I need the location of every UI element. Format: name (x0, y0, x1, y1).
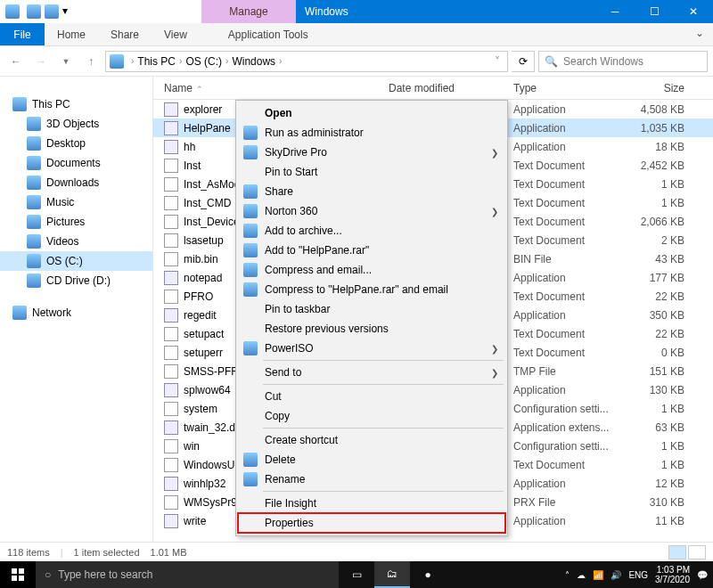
icons-view-button[interactable] (688, 545, 706, 559)
nav-item-label: Videos (46, 235, 78, 248)
nav-item[interactable]: Pictures (0, 212, 152, 232)
context-menu-item[interactable]: PowerISO❯ (238, 339, 505, 358)
nav-item[interactable]: Network (0, 303, 152, 323)
back-button[interactable]: ← (5, 51, 27, 72)
context-menu-item[interactable]: Send to❯ (238, 363, 505, 382)
context-menu-label: Copy (265, 410, 290, 422)
file-size: 1 KB (622, 197, 684, 209)
file-size: 1 KB (622, 440, 684, 453)
nav-item[interactable]: Downloads (0, 173, 152, 192)
nav-item[interactable]: Documents (0, 153, 152, 173)
tray-onedrive-icon[interactable]: ☁ (577, 570, 586, 580)
context-menu-item[interactable]: Open (238, 103, 505, 123)
title-bar: ▾ Manage Windows ─ ☐ ✕ (0, 0, 713, 23)
taskbar-clock[interactable]: 1:03 PM 3/7/2020 (655, 565, 690, 584)
file-tab[interactable]: File (0, 23, 45, 45)
context-menu-item[interactable]: Rename (238, 470, 505, 489)
nav-item[interactable]: CD Drive (D:) (0, 271, 152, 290)
task-view-button[interactable]: ▭ (339, 561, 374, 588)
taskbar-search[interactable]: ○ Type here to search (36, 561, 339, 588)
context-menu-item[interactable]: Properties (238, 513, 505, 533)
chevron-right-icon[interactable]: › (127, 56, 137, 66)
context-menu-item[interactable]: Copy (238, 406, 505, 426)
context-menu-item[interactable]: SkyDrive Pro❯ (238, 143, 505, 162)
context-menu-item[interactable]: Add to "HelpPane.rar" (238, 241, 505, 260)
qat-button[interactable] (27, 4, 41, 19)
search-input[interactable]: 🔍 Search Windows (538, 51, 708, 72)
context-menu-item[interactable]: Share (238, 182, 505, 201)
tray-language[interactable]: ENG (628, 570, 648, 580)
ribbon-collapse-icon[interactable]: ⌄ (695, 27, 704, 39)
chevron-right-icon: ❯ (491, 344, 498, 354)
taskbar-app-chrome[interactable]: ● (410, 561, 446, 588)
column-headers[interactable]: Name⌃ Date modified Type Size (153, 77, 713, 100)
nav-item[interactable]: Videos (0, 232, 152, 251)
qat-button[interactable] (45, 4, 59, 19)
maximize-button[interactable]: ☐ (635, 0, 674, 23)
context-menu-item[interactable]: Add to archive... (238, 221, 505, 241)
nav-item[interactable]: OS (C:) (0, 251, 152, 271)
search-placeholder: Search Windows (563, 55, 643, 68)
breadcrumb-segment[interactable]: OS (C:) (185, 55, 222, 68)
file-icon (164, 402, 178, 416)
tray-overflow-icon[interactable]: ˄ (565, 570, 570, 580)
file-size: 22 KB (622, 290, 684, 303)
context-menu-item[interactable]: Restore previous versions (238, 319, 505, 339)
home-tab[interactable]: Home (45, 23, 98, 45)
nav-item-icon (27, 234, 41, 249)
context-menu-item[interactable]: Delete (238, 450, 505, 470)
breadcrumb-segment[interactable]: Windows (232, 55, 275, 68)
view-tab[interactable]: View (152, 23, 200, 45)
qat-dropdown-icon[interactable]: ▾ (62, 4, 77, 19)
navigation-pane[interactable]: This PC3D ObjectsDesktopDocumentsDownloa… (0, 77, 153, 545)
column-name[interactable]: Name⌃ (164, 82, 389, 94)
context-menu-item[interactable]: File Insight (238, 494, 505, 513)
context-menu-item[interactable]: Create shortcut (238, 430, 505, 450)
nav-item-icon (27, 195, 41, 209)
column-type[interactable]: Type (513, 82, 622, 94)
column-size[interactable]: Size (622, 82, 684, 94)
nav-item-label: CD Drive (D:) (46, 274, 111, 287)
delete-icon (243, 453, 258, 467)
context-menu-item[interactable]: Norton 360❯ (238, 201, 505, 221)
column-date[interactable]: Date modified (389, 82, 513, 94)
context-menu-item[interactable]: Pin to Start (238, 162, 505, 182)
contextual-tab-manage[interactable]: Manage (201, 0, 296, 23)
nav-item[interactable]: 3D Objects (0, 114, 152, 134)
forward-button[interactable]: → (30, 51, 52, 72)
context-menu-item[interactable]: Run as administrator (238, 123, 505, 143)
context-menu-item[interactable]: Pin to taskbar (238, 299, 505, 319)
recent-locations-button[interactable]: ▼ (55, 51, 77, 72)
context-menu-label: Open (265, 107, 292, 119)
context-menu-item[interactable]: Compress and email... (238, 260, 505, 280)
refresh-button[interactable]: ⟳ (512, 51, 535, 72)
share-tab[interactable]: Share (98, 23, 152, 45)
file-type: PRX File (513, 496, 622, 509)
context-menu-item[interactable]: Cut (238, 387, 505, 406)
notifications-button[interactable]: 💬 (697, 570, 708, 580)
address-dropdown-icon[interactable]: ˅ (491, 55, 504, 68)
chevron-right-icon[interactable]: › (176, 56, 185, 66)
file-icon (164, 477, 178, 491)
chevron-right-icon[interactable]: › (275, 56, 285, 66)
nav-item[interactable]: Music (0, 192, 152, 212)
tray-network-icon[interactable]: 📶 (593, 570, 603, 580)
file-type: Text Document (513, 216, 622, 228)
nav-item[interactable]: This PC (0, 94, 152, 114)
nav-item[interactable]: Desktop (0, 134, 152, 153)
context-menu-item[interactable]: Compress to "HelpPane.rar" and email (238, 280, 505, 299)
minimize-button[interactable]: ─ (595, 0, 635, 23)
details-view-button[interactable] (668, 545, 686, 559)
file-size: 18 KB (622, 141, 684, 153)
start-button[interactable] (0, 561, 36, 588)
context-menu-label: Pin to taskbar (265, 303, 330, 315)
up-button[interactable]: ↑ (80, 51, 102, 72)
tray-volume-icon[interactable]: 🔊 (611, 570, 621, 580)
file-type: Application (513, 384, 622, 396)
close-button[interactable]: ✕ (674, 0, 713, 23)
application-tools-tab[interactable]: Application Tools (216, 23, 321, 45)
breadcrumb[interactable]: › This PC › OS (C:) › Windows › ˅ (105, 51, 508, 72)
chevron-right-icon[interactable]: › (222, 56, 232, 66)
taskbar-app-explorer[interactable]: 🗂 (374, 561, 410, 588)
breadcrumb-segment[interactable]: This PC (137, 55, 176, 68)
